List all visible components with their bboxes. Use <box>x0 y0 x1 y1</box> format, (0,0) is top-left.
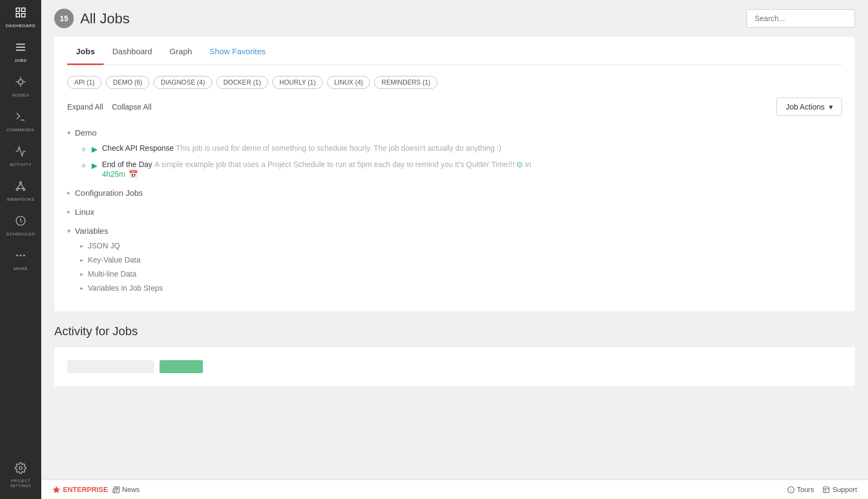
filter-api[interactable]: API (1) <box>67 76 101 89</box>
json-jq-name: JSON JQ <box>88 241 120 250</box>
demo-chevron-down-icon: ▾ <box>67 129 71 137</box>
project-settings-icon <box>15 462 27 477</box>
activity-card <box>54 347 855 386</box>
schedules-icon <box>15 215 27 229</box>
sidebar-item-schedules[interactable]: SCHEDULES <box>0 208 41 243</box>
sidebar: DASHBOARD JOBS NODES <box>0 0 41 499</box>
job-name-check-api[interactable]: Check API Response <box>102 144 174 152</box>
sidebar-item-dashboard[interactable]: DASHBOARD <box>0 0 41 35</box>
job-actions-label: Job Actions <box>786 103 825 111</box>
tab-graph[interactable]: Graph <box>161 37 201 65</box>
filter-diagnose[interactable]: DIAGNOSE (4) <box>154 76 212 89</box>
sidebar-label-schedules: SCHEDULES <box>6 232 35 236</box>
play-icon-check-api[interactable]: ▶ <box>92 145 98 153</box>
filter-demo[interactable]: DEMO (6) <box>106 76 149 89</box>
tab-jobs[interactable]: Jobs <box>67 37 104 65</box>
support-link[interactable]: Support <box>822 485 857 494</box>
sub-group-json-jq[interactable]: ▸ JSON JQ <box>67 239 842 253</box>
sub-group-variables-in-job-steps[interactable]: ▸ Variables in Job Steps <box>67 281 842 295</box>
jobs-icon <box>15 41 27 56</box>
enterprise-badge: ENTERPRISE <box>52 485 108 494</box>
job-text-end-of-day: End of the Day A simple example job that… <box>102 160 531 178</box>
demo-group-header[interactable]: ▾ Demo <box>67 125 842 140</box>
sidebar-item-project-settings[interactable]: PROJECTSETTINGS <box>0 456 41 495</box>
sub-group-multi-line[interactable]: ▸ Multi-line Data <box>67 267 842 281</box>
svg-rect-7 <box>18 80 22 84</box>
job-desc-end-of-day: A simple example job that uses a Project… <box>155 160 515 169</box>
sidebar-item-commands[interactable]: COMMANDS <box>0 104 41 139</box>
job-group-linux: ▸ Linux <box>67 204 842 220</box>
demo-group-name: Demo <box>75 128 97 137</box>
filter-hourly[interactable]: HOURLY (1) <box>272 76 323 89</box>
svg-rect-3 <box>22 14 25 17</box>
tours-link[interactable]: Tours <box>787 485 814 494</box>
svg-rect-0 <box>16 8 20 11</box>
tab-dashboard[interactable]: Dashboard <box>104 37 161 65</box>
config-jobs-chevron-right-icon: ▸ <box>67 189 71 196</box>
activity-title: Activity for Jobs <box>54 324 855 338</box>
support-icon <box>822 486 830 494</box>
dashboard-icon <box>15 7 27 21</box>
enterprise-label: ENTERPRISE <box>63 485 108 494</box>
job-schedule-row: 4h25m 📅 <box>102 170 531 178</box>
activity-item-placeholder <box>67 360 154 373</box>
bottom-spacer <box>54 386 855 413</box>
svg-point-23 <box>19 466 22 470</box>
key-value-chevron-right-icon: ▸ <box>80 257 84 264</box>
job-actions-button[interactable]: Job Actions ▾ <box>776 98 842 116</box>
page-title-area: 15 All Jobs <box>54 9 130 28</box>
linux-group-header[interactable]: ▸ Linux <box>67 204 842 220</box>
job-item-end-of-day: ★ ▶ End of the Day A simple example job … <box>67 157 842 182</box>
sidebar-label-activity: ACTIVITY <box>10 162 31 167</box>
filter-linux[interactable]: LINUX (4) <box>327 76 370 89</box>
sidebar-label-nodes: NODES <box>12 93 29 98</box>
variables-chevron-down-icon: ▾ <box>67 227 71 235</box>
sidebar-item-nodes[interactable]: NODES <box>0 69 41 104</box>
play-icon-end-of-day[interactable]: ▶ <box>92 161 98 170</box>
variables-group-header[interactable]: ▾ Variables <box>67 223 842 239</box>
star-icon-end-of-day[interactable]: ★ <box>80 161 87 170</box>
clock-icon: ⊙ <box>516 160 523 169</box>
sidebar-label-dashboard: DASHBOARD <box>5 23 35 28</box>
sidebar-item-more[interactable]: MORE <box>0 243 41 278</box>
job-group-variables: ▾ Variables ▸ JSON JQ ▸ Key-Value Data ▸… <box>67 223 842 295</box>
tours-icon <box>787 486 795 494</box>
job-desc-check-api: This job is used for demo of something t… <box>176 144 501 152</box>
svg-point-13 <box>20 182 22 184</box>
tab-show-favorites[interactable]: Show Favorites <box>201 37 274 65</box>
key-value-name: Key-Value Data <box>88 255 141 264</box>
multi-line-chevron-right-icon: ▸ <box>80 271 84 278</box>
activity-placeholder <box>67 356 842 378</box>
sidebar-label-jobs: JOBS <box>15 58 27 63</box>
sidebar-label-commands: COMMANDS <box>7 127 35 132</box>
page-header: 15 All Jobs <box>54 9 855 28</box>
text-links: Expand All Collapse All <box>67 103 151 111</box>
vars-job-steps-chevron-right-icon: ▸ <box>80 285 84 292</box>
job-item-text-row-check-api: Check API Response This job is used for … <box>102 144 501 152</box>
collapse-all-link[interactable]: Collapse All <box>112 103 151 111</box>
config-jobs-group-header[interactable]: ▸ Configuration Jobs <box>67 185 842 201</box>
filter-reminders[interactable]: REMINDERS (1) <box>374 76 437 89</box>
news-icon <box>112 486 120 494</box>
sidebar-item-jobs[interactable]: JOBS <box>0 35 41 69</box>
filter-docker[interactable]: DOCKER (1) <box>216 76 268 89</box>
sidebar-item-activity[interactable]: ACTIVITY <box>0 139 41 174</box>
bottom-right: Tours Support <box>787 485 857 494</box>
vars-job-steps-name: Variables in Job Steps <box>88 284 163 292</box>
search-input[interactable] <box>746 9 855 28</box>
sub-group-key-value[interactable]: ▸ Key-Value Data <box>67 253 842 267</box>
job-text-check-api: Check API Response This job is used for … <box>102 144 501 152</box>
bottom-left: ENTERPRISE News <box>52 485 140 494</box>
in-text: in <box>525 160 531 169</box>
job-name-end-of-day[interactable]: End of the Day <box>102 160 152 169</box>
nodes-icon <box>15 76 27 91</box>
calendar-icon[interactable]: 📅 <box>129 170 138 178</box>
actions-row: Expand All Collapse All Job Actions ▾ <box>67 98 842 116</box>
svg-marker-24 <box>53 486 60 493</box>
config-jobs-group-name: Configuration Jobs <box>75 188 143 197</box>
star-icon-check-api[interactable]: ★ <box>80 145 87 153</box>
svg-line-17 <box>21 183 24 188</box>
news-link[interactable]: News <box>112 485 140 494</box>
sidebar-item-webhooks[interactable]: WEBHOOKS <box>0 174 41 208</box>
expand-all-link[interactable]: Expand All <box>67 103 103 111</box>
